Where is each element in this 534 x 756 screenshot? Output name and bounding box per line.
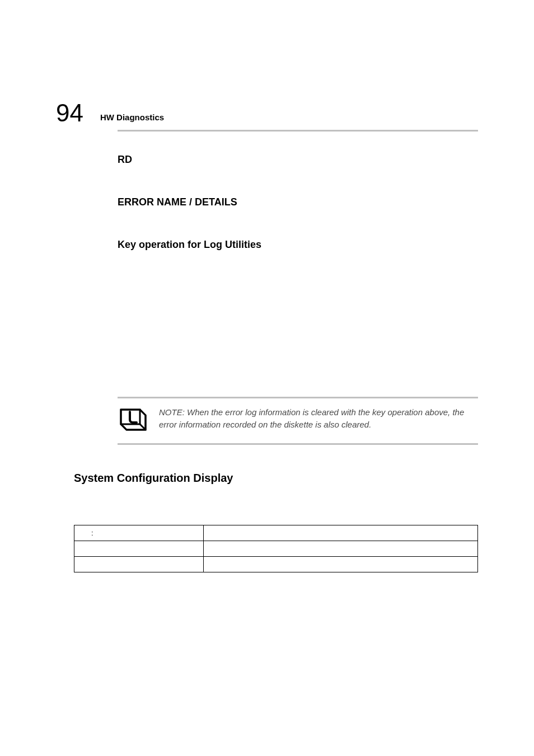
table-cell-right: Co-processor bbox=[203, 556, 477, 572]
page-number: 94 bbox=[56, 101, 83, 125]
table-cell-right: CPU name and its speed bbox=[203, 541, 477, 556]
key-item-end: [End] Move to the last error line from t… bbox=[118, 325, 478, 340]
system-config-heading: System Configuration Display bbox=[74, 472, 478, 485]
error-name-body: This column shows the error name and its… bbox=[118, 212, 478, 223]
table-row: CPU CPU name and its speed bbox=[74, 541, 478, 556]
page-title: HW Diagnostics bbox=[100, 112, 164, 125]
table-cell-left: : bbox=[74, 525, 204, 541]
note-divider-bottom bbox=[118, 443, 478, 445]
key-item-esc: [Esc] Return to the T&D Menu screen bbox=[118, 359, 478, 374]
table-row: CO-PROCESSOR Co-processor bbox=[74, 556, 478, 572]
table-cell-left: CO-PROCESSOR bbox=[74, 556, 204, 572]
key-item-home: [Home] Move to the first error line from… bbox=[118, 308, 478, 323]
table-cell-right: Output data and T&D version bbox=[203, 525, 477, 541]
key-item-arrows: [↑][↓] Move to the error line to be disp… bbox=[118, 276, 478, 306]
table-cell-left: CPU bbox=[74, 541, 204, 556]
note-icon bbox=[118, 404, 149, 435]
note-text: NOTE: When the error log information is … bbox=[159, 404, 478, 431]
rd-heading: RD bbox=[118, 154, 478, 166]
key-operation-body: The following key operations are availab… bbox=[118, 254, 478, 266]
table-row: : Output data and T&D version bbox=[74, 525, 478, 541]
system-config-table: : Output data and T&D version CPU CPU na… bbox=[74, 525, 478, 572]
error-name-heading: ERROR NAME / DETAILS bbox=[118, 196, 478, 208]
rd-body: This column shows the contents of the RD… bbox=[118, 169, 478, 181]
key-operation-heading: Key operation for Log Utilities bbox=[118, 239, 478, 251]
header-divider bbox=[118, 130, 478, 132]
note-block: NOTE: When the error log information is … bbox=[118, 397, 478, 445]
key-item-enter: [Enter] Clear the all log information bbox=[118, 342, 478, 357]
system-config-body: T&D displays the following system config… bbox=[74, 489, 478, 513]
note-divider-top bbox=[118, 397, 478, 398]
key-operation-list: [↑][↓] Move to the error line to be disp… bbox=[118, 276, 478, 374]
